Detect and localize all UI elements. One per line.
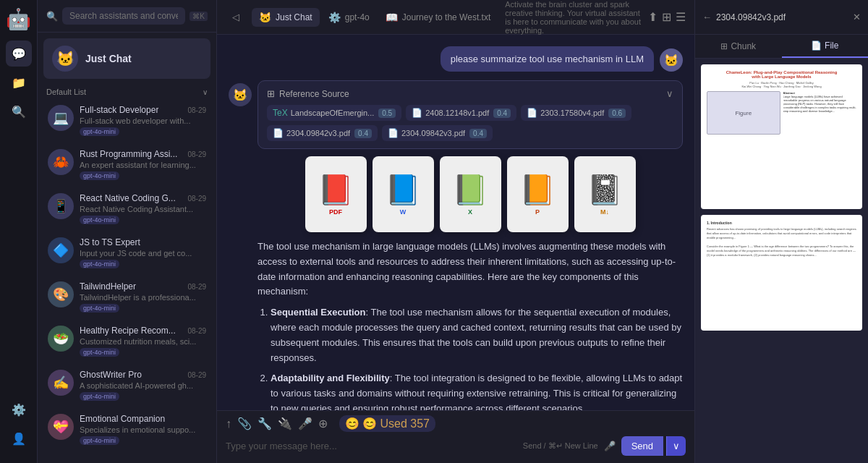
section-chevron[interactable]: ∨ [203,88,208,96]
nav-user[interactable]: 👤 [6,425,32,451]
chat-info: Emotional Companion Specializes in emoti… [80,414,206,445]
used-emoji: 😊 [345,417,359,430]
file-icon-word[interactable]: 📘 W [373,156,434,232]
list-item[interactable]: 🎨 TailwindHelper08-29 TailwindHelper is … [42,276,212,318]
ref-file-5[interactable]: 📄 2304.09842v3.pdf 0.4 [382,125,493,141]
pdf-page1-title: ChameLeon: Plug-and-Play Compositional R… [707,70,856,79]
ref-file-1[interactable]: TeX LandscapeOfEmergin... 0.5 [267,105,401,121]
list-item[interactable]: 🔷 JS to TS Expert Input your JS code and… [42,232,212,274]
avatar: ✍️ [48,370,74,396]
input-area: ↑ 📎 🔧 🔌 🎤 ⊕ 😊 😊 Used 357 Send / ⌘↵ New L… [217,410,694,463]
chat-preview: Input your JS code and get co... [80,249,206,258]
list-item[interactable]: 🦀 Rust Programming Assi...08-29 An exper… [42,143,212,186]
chat-info: React Native Coding G...08-29 React Nati… [80,193,206,224]
chat-name: JS to TS Expert [80,237,140,247]
upload-icon[interactable]: ↑ [226,417,231,430]
avatar: 💻 [48,105,74,131]
ref-file-name: 2304.09842v3.pdf [401,129,465,137]
bot-content: ⊞ Reference Source ∨ TeX LandscapeOfEmer… [258,80,683,410]
ref-score: 0.4 [354,129,372,138]
ref-expand-icon[interactable]: ∨ [666,88,673,99]
pdf-page-1[interactable]: ChameLeon: Plug-and-Play Compositional R… [701,64,862,209]
active-chat[interactable]: 🐱 Just Chat [43,38,210,79]
search-input[interactable] [62,7,185,25]
pdf-icon: 📄 [527,108,537,118]
send-button[interactable]: Send [621,436,663,456]
word-label: W [400,208,407,216]
nav-folder[interactable]: 📁 [6,69,32,95]
chat-name: GhostWriter Pro [80,370,142,380]
chat-list: 💻 Full-stack Developer08-29 Full-stack w… [38,99,216,463]
file-icon-excel[interactable]: 📗 X [440,156,501,232]
attachment-icon[interactable]: 📎 [237,417,252,430]
pdf-tabs: ⊞ Chunk 📄 File [695,35,868,59]
active-chat-avatar: 🐱 [52,46,78,72]
tab-just-chat-icon: 🐱 [259,12,271,23]
tab-list: 🐱 Just Chat ⚙️ gpt-4o 📖 Journey to the W… [252,0,642,35]
layout-icon[interactable]: ⊞ [662,10,671,24]
list-item[interactable]: 💻 Full-stack Developer08-29 Full-stack w… [42,99,212,142]
user-bubble: please summarize tool use mechanism in L… [441,46,654,72]
pdf-pages: ChameLeon: Plug-and-Play Compositional R… [695,59,868,463]
message-input[interactable] [226,441,517,451]
menu-icon[interactable]: ☰ [676,10,686,24]
back-button[interactable]: ◁ [226,7,246,27]
pdf-page2-text: Recent advances has shown promising of p… [707,227,856,258]
chat-date: 08-29 [187,371,206,379]
chat-preview: Specializes in emotional suppo... [80,425,206,434]
md-file-icon: 📓 [587,173,623,207]
mic-icon[interactable]: 🎤 [604,441,616,451]
nav-discover[interactable]: 🔍 [6,98,32,124]
chat-info: JS to TS Expert Input your JS code and g… [80,237,206,268]
emoji-icon[interactable]: ⊕ [318,417,328,430]
tab-chunk[interactable]: ⊞ Chunk [695,35,782,58]
tab-just-chat[interactable]: 🐱 Just Chat [252,8,320,27]
file-icon-ppt[interactable]: 📙 P [507,156,569,232]
chat-info: Full-stack Developer08-29 Full-stack web… [80,105,206,136]
ref-file-3[interactable]: 📄 2303.17580v4.pdf 0.6 [521,105,631,121]
model-tag: gpt-4o-mini [80,260,119,268]
file-icon-md[interactable]: 📓 M↓ [574,156,636,232]
chat-info: GhostWriter Pro08-29 A sophisticated AI-… [80,370,206,401]
pdf-back-icon[interactable]: ← [702,12,712,22]
chat-name: Full-stack Developer [80,105,158,115]
pdf-page1-abstract-text: Abstract Large language models (LLMs) ha… [783,91,856,135]
pdf-page1-authors: Pan Lu · Baolin Peng · Hao Cheng · Miche… [707,81,856,88]
tool-icon[interactable]: 🔧 [258,417,272,430]
file-icon-pdf[interactable]: 📕 PDF [305,156,367,232]
list-item[interactable]: 📱 React Native Coding G...08-29 React Na… [42,187,212,230]
tab-file[interactable]: 📖 Journey to the West.txt [378,8,498,27]
list-item[interactable]: 🥗 Healthy Recipe Recom...08-29 Customize… [42,320,212,362]
ref-file-name: 2408.12148v1.pdf [425,109,489,117]
list-item[interactable]: 💝 Emotional Companion Specializes in emo… [42,408,212,451]
hint-text: Send / ⌘↵ New Line [523,441,598,451]
input-toolbar: ↑ 📎 🔧 🔌 🎤 ⊕ 😊 😊 Used 357 [217,411,694,436]
send-dropdown[interactable]: ∨ [666,436,686,456]
send-area: Send ∨ [621,436,686,456]
nav-chat[interactable]: 💬 [6,41,32,67]
ref-file-4[interactable]: 📄 2304.09842v3.pdf 0.4 [267,125,378,141]
pdf-close-icon[interactable]: ✕ [853,12,861,22]
pdf-panel: ← 2304.09842v3.pdf ✕ ⊞ Chunk 📄 File Cham… [694,0,868,463]
messages-area: please summarize tool use mechanism in L… [217,35,694,410]
ref-file-2[interactable]: 📄 2408.12148v1.pdf 0.4 [406,105,516,121]
file-icon: 📄 [811,41,822,51]
chat-preview: Full-stack web developer with... [80,116,206,125]
reference-card: ⊞ Reference Source ∨ TeX LandscapeOfEmer… [258,80,683,149]
share-icon[interactable]: ⬆ [648,10,658,24]
nav-settings[interactable]: ⚙️ [6,396,32,422]
app-logo: 🤖 [6,6,32,32]
model-tag: gpt-4o-mini [80,216,119,224]
chat-header: ◁ 🐱 Just Chat ⚙️ gpt-4o 📖 Journey to the… [217,0,694,35]
tab-file-icon: 📖 [386,12,398,23]
tab-file[interactable]: 📄 File [782,35,869,58]
used-count: 😊 Used 357 [362,417,430,430]
input-box: Send / ⌘↵ New Line 🎤 Send ∨ [217,436,694,463]
pdf-page-2[interactable]: 1. Introduction Recent advances has show… [701,215,862,331]
chat-info: Rust Programming Assi...08-29 An expert … [80,149,206,180]
pdf-filename: 2304.09842v3.pdf [716,12,848,22]
tab-gpt[interactable]: ⚙️ gpt-4o [321,8,377,27]
plugin-icon[interactable]: 🔌 [278,417,292,430]
list-item[interactable]: ✍️ GhostWriter Pro08-29 A sophisticated … [42,364,212,407]
voice-icon[interactable]: 🎤 [298,417,312,430]
